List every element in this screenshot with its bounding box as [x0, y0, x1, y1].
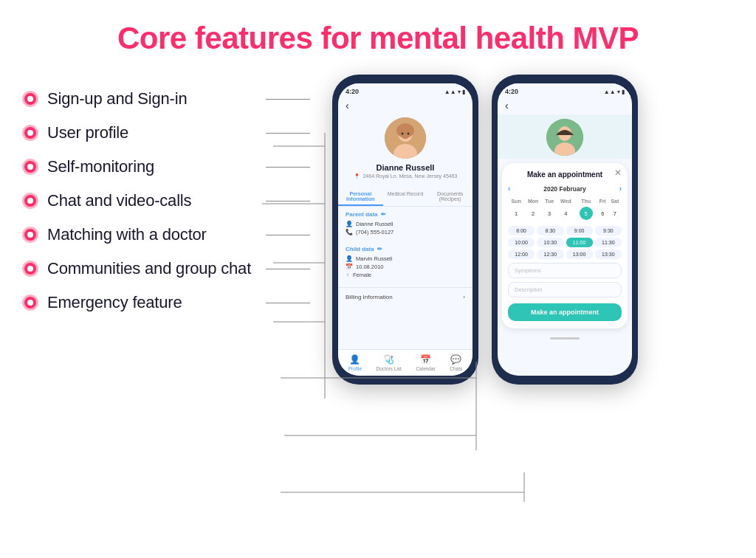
features-list: Sign-up and Sign-in User profile Self-mo… [22, 71, 310, 320]
svg-point-19 [562, 133, 564, 135]
phone-icon: 📞 [346, 229, 353, 235]
billing-row[interactable]: Billing Information › [338, 287, 472, 306]
feature-label-profile: User profile [47, 123, 128, 142]
chats-nav-icon: 💬 [450, 354, 461, 365]
tab-personal[interactable]: Personal Information [338, 188, 383, 206]
cal-day-5[interactable]: 5 [575, 205, 597, 221]
cal-day-4[interactable]: 4 [557, 205, 575, 221]
child-name-row: 👤 Marvin Russell [346, 255, 465, 262]
make-appointment-button[interactable]: Make an appointment [508, 303, 622, 321]
description-input[interactable]: Description [508, 282, 622, 297]
location-icon: 📍 [354, 173, 360, 179]
avatar-1 [385, 117, 426, 159]
time-900[interactable]: 9:00 [566, 226, 593, 235]
feature-dot-matching [22, 227, 38, 243]
cal-mon: Mon [524, 197, 542, 205]
phone-notch-2 [543, 75, 587, 82]
cal-day-1[interactable]: 1 [508, 205, 524, 221]
feature-label-emergency: Emergency feature [47, 293, 182, 312]
feature-label-monitoring: Self-monitoring [47, 157, 154, 176]
profile-tabs: Personal Information Medical Record Docu… [338, 188, 472, 207]
doctor-avatar [546, 119, 583, 156]
edit-parent-icon[interactable]: ✏ [381, 211, 386, 218]
doctor-top-area [498, 114, 632, 159]
feature-label-chat: Chat and video-calls [47, 191, 191, 210]
modal-close-button[interactable]: ✕ [614, 168, 622, 178]
feature-dot-emergency [22, 294, 38, 311]
time-1000[interactable]: 10:00 [508, 238, 535, 247]
cal-day-2[interactable]: 2 [524, 205, 542, 221]
symptoms-input[interactable]: Symptoms [508, 263, 622, 278]
child-gender-row: ♀ Female [346, 272, 465, 278]
parent-phone-row: 📞 (704) 555-0127 [346, 229, 465, 235]
parent-name-row: 👤 Dianne Russell [346, 221, 465, 227]
calendar-grid: Sun Mon Tue Wed Thu Fri Sat [508, 197, 622, 221]
phones-area: 4:20 ▲▲ ▾ ▮ ‹ [332, 71, 638, 385]
feature-dot-chat [22, 193, 38, 209]
back-button-1[interactable]: ‹ [338, 97, 472, 114]
time-1100[interactable]: 11:00 [566, 238, 593, 247]
next-month-button[interactable]: › [619, 185, 622, 193]
user-icon: 👤 [346, 221, 353, 227]
cal-header: Sun Mon Tue Wed Thu Fri Sat [508, 197, 622, 205]
time-830[interactable]: 8:30 [537, 226, 563, 235]
feature-matching: Matching with a doctor [22, 218, 310, 252]
feature-dot-communities [22, 261, 38, 277]
tab-documents[interactable]: Documents (Recipes) [427, 188, 472, 206]
time-930[interactable]: 9:30 [595, 226, 622, 235]
phone2-time: 4:20 [505, 88, 518, 95]
feature-monitoring: Self-monitoring [22, 150, 310, 184]
phone-screen-1: 4:20 ▲▲ ▾ ▮ ‹ [338, 83, 472, 376]
cal-wed: Wed [557, 197, 575, 205]
page-wrapper: Core features for mental health MVP Sign… [0, 0, 756, 385]
current-month: 2020 February [543, 185, 586, 193]
cal-sun: Sun [508, 197, 524, 205]
calendar-nav: ‹ 2020 February › [508, 185, 622, 193]
svg-point-14 [402, 133, 404, 135]
svg-point-15 [408, 133, 410, 135]
cal-day-6[interactable]: 6 [597, 205, 608, 221]
cal-day-7[interactable]: 7 [608, 205, 622, 221]
back-button-2[interactable]: ‹ [498, 97, 632, 114]
tab-medical[interactable]: Medical Record [383, 188, 428, 206]
phone1-time: 4:20 [346, 88, 359, 95]
feature-label-signup: Sign-up and Sign-in [47, 89, 187, 108]
time-1130[interactable]: 11:30 [595, 238, 622, 247]
feature-emergency: Emergency feature [22, 286, 310, 320]
time-1230[interactable]: 12:30 [537, 249, 563, 259]
user-address: 📍 2464 Royal Ln. Mesa, New Jersey 45463 [354, 173, 458, 179]
status-bar-1: 4:20 ▲▲ ▾ ▮ [338, 83, 472, 97]
doctors-nav-icon: 🩺 [383, 354, 394, 365]
feature-profile: User profile [22, 116, 310, 150]
profile-section: Dianne Russell 📍 2464 Royal Ln. Mesa, Ne… [338, 114, 472, 184]
user-name: Dianne Russell [377, 163, 435, 172]
cal-day-3[interactable]: 3 [542, 205, 557, 221]
nav-chats[interactable]: 💬 Chats [450, 354, 462, 371]
time-1300[interactable]: 13:00 [566, 249, 593, 259]
appointment-modal: ✕ Make an appointment ‹ 2020 February › [502, 163, 628, 328]
modal-title: Make an appointment [508, 170, 622, 179]
edit-child-icon[interactable]: ✏ [377, 246, 382, 252]
nav-doctors[interactable]: 🩺 Doctors List [377, 354, 402, 371]
time-1200[interactable]: 12:00 [508, 249, 535, 259]
home-indicator-2 [498, 333, 632, 343]
prev-month-button[interactable]: ‹ [508, 185, 510, 193]
phone-screen-2: 4:20 ▲▲ ▾ ▮ ‹ [498, 83, 632, 376]
nav-profile[interactable]: 👤 Profile [348, 354, 362, 371]
time-800[interactable]: 8:00 [508, 226, 535, 235]
parent-data-title: Parent data ✏ [346, 211, 465, 218]
svg-point-20 [566, 133, 568, 135]
feature-label-communities: Communities and group chat [47, 259, 251, 278]
feature-signup: Sign-up and Sign-in [22, 82, 310, 116]
time-1330[interactable]: 13:30 [595, 249, 622, 259]
main-layout: Sign-up and Sign-in User profile Self-mo… [0, 63, 756, 385]
feature-communities: Communities and group chat [22, 252, 310, 286]
child-dob-row: 📅 10.08.2010 [346, 264, 465, 270]
home-bar-2 [550, 337, 580, 340]
time-1030[interactable]: 10:30 [537, 238, 563, 247]
page-title: Core features for mental health MVP [0, 0, 756, 63]
cal-thu: Thu [575, 197, 597, 205]
phone-profile: 4:20 ▲▲ ▾ ▮ ‹ [332, 75, 478, 385]
profile-nav-icon: 👤 [349, 354, 360, 365]
nav-calendar[interactable]: 📅 Calendar [416, 354, 435, 371]
